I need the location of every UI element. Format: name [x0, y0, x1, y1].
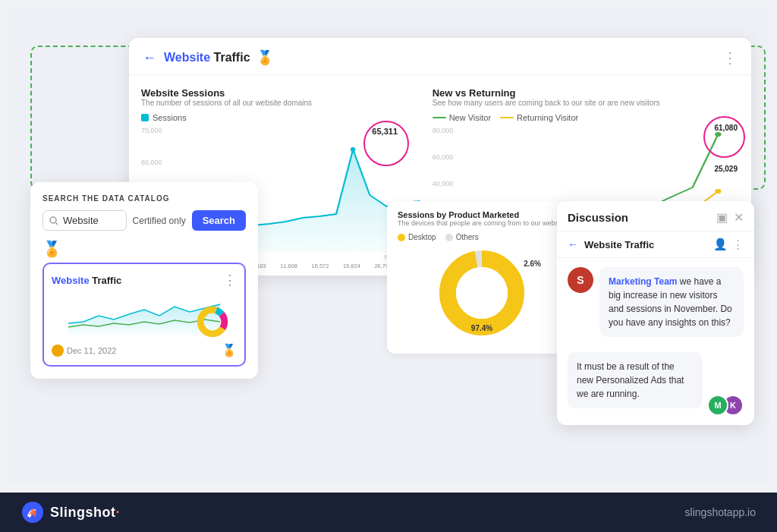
slingshot-logo-icon: [21, 501, 44, 524]
avatar1: M: [707, 395, 728, 416]
search-input-wrap[interactable]: [42, 210, 127, 231]
small-card-chart: [52, 293, 237, 338]
sessions-legend: Sessions: [141, 113, 420, 122]
nvr-legend-new: New Visitor: [433, 113, 491, 122]
product-legend-desktop: Desktop: [398, 233, 436, 241]
others-dot: [445, 234, 453, 241]
message-1: S Marketing Team we have a big increase …: [568, 267, 744, 345]
nvr-legend-returning: Returning Visitor: [500, 113, 578, 122]
award-icon: 🏅: [256, 49, 273, 66]
nvr-returning-label: Returning Visitor: [517, 113, 578, 122]
logo-text: Slingshot·: [50, 505, 120, 521]
nvr-y1: 80,000: [433, 127, 454, 134]
desktop-pct: 97.4%: [471, 324, 492, 332]
others-pct: 2.6%: [524, 260, 541, 268]
award-icon-row: 🏅: [42, 240, 246, 258]
small-card-footer: Dec 11, 2022 🏅: [52, 343, 237, 357]
product-title: Sessions by Product Marketed: [398, 210, 566, 219]
data-catalog-title: SEARCH THE DATA CATALOG: [42, 194, 246, 203]
app-name: Slingshot: [50, 505, 116, 520]
card-title-blue: Website: [164, 51, 210, 64]
bottom-bar: Slingshot· slingshotapp.io: [0, 493, 777, 532]
search-icon: [49, 216, 58, 225]
discussion-title: Discussion: [568, 211, 628, 224]
more-button[interactable]: ⋮: [722, 49, 738, 67]
message1-avatar: S: [568, 267, 593, 293]
sessions-legend-dot: [141, 114, 149, 121]
discussion-sub-header: ← Website Traffic 👤 ⋮: [557, 231, 754, 258]
discussion-more-icon[interactable]: ⋮: [732, 238, 744, 251]
y-label-2: 60,000: [141, 159, 420, 166]
mini-donut: [196, 305, 229, 338]
sessions-legend-label: Sessions: [153, 113, 187, 122]
discussion-sub-icons: 👤 ⋮: [713, 238, 744, 251]
discussion-back-button[interactable]: ←: [568, 238, 578, 250]
nvr-peak-dot2: [715, 189, 721, 194]
small-card-avatar: [52, 345, 64, 357]
card-title: Website Traffic: [164, 51, 250, 65]
nvr-new-label: New Visitor: [449, 113, 491, 122]
small-card-date: Dec 11, 2022: [67, 346, 116, 355]
message1-bubble: Marketing Team we have a big increase in…: [599, 267, 744, 337]
dashboard: ← Website Traffic 🏅 ⋮ Website Sessions T…: [8, 8, 769, 485]
mention-text: Marketing Team: [609, 276, 677, 287]
dashed-border-left: [30, 46, 144, 190]
message2-bubble: It must be a result of the new Personali…: [568, 352, 703, 408]
discussion-body: S Marketing Team we have a big increase …: [557, 258, 754, 425]
certified-label: Certified only: [133, 216, 186, 226]
message2-text: It must be a result of the new Personali…: [577, 361, 684, 399]
search-input[interactable]: [63, 215, 116, 226]
nvr-title: New vs Returning: [433, 87, 739, 99]
discussion-sub-title: Website Traffic: [584, 239, 707, 250]
discussion-header: Discussion ▣ ✕: [557, 201, 754, 231]
small-card-footer-left: Dec 11, 2022: [52, 345, 116, 357]
nvr-y3: 40,000: [433, 180, 454, 187]
small-card-award: 🏅: [222, 343, 237, 357]
data-catalog-panel: SEARCH THE DATA CATALOG Certified only S…: [30, 182, 258, 379]
back-button[interactable]: ←: [143, 50, 156, 66]
award-icon-large: 🏅: [42, 241, 61, 257]
discussion-close-icon[interactable]: ✕: [734, 210, 744, 225]
small-card-more[interactable]: ⋮: [223, 272, 237, 288]
sessions-title: Website Sessions: [141, 87, 420, 99]
donut-wrap: 97.4% 2.6%: [398, 247, 566, 338]
product-legend: Desktop Others: [398, 233, 566, 241]
svg-point-0: [50, 217, 56, 223]
card-title-dark: Traffic: [210, 51, 250, 64]
nvr-y2: 60,000: [433, 153, 454, 161]
svg-line-1: [56, 222, 58, 225]
nvr-new-line: [433, 117, 446, 118]
nvr-peak-dot: [715, 132, 721, 137]
bottom-url: slingshotapp.io: [685, 506, 756, 518]
small-card-title-blue: Website: [52, 275, 90, 286]
message-2: It must be a result of the new Personali…: [568, 352, 744, 416]
search-row: Certified only Search: [42, 210, 246, 231]
donut-inner: [456, 267, 508, 319]
discussion-header-icons: ▣ ✕: [716, 210, 744, 225]
product-subtitle: The devices that people are coming from …: [398, 219, 566, 227]
small-card-header: Website Traffic ⋮: [52, 272, 237, 288]
sessions-peak-dot: [351, 147, 356, 152]
discussion-grid-icon[interactable]: ▣: [716, 210, 728, 225]
sessions-product-section: Sessions by Product Marketed The devices…: [387, 201, 577, 354]
nvr-subtitle: See how many users are coming back to ou…: [433, 99, 739, 107]
sessions-peak-value: 65,311: [372, 127, 398, 136]
nvr-peak-val2: 25,029: [714, 165, 738, 173]
desktop-dot: [398, 234, 405, 241]
donut-container: 97.4% 2.6%: [436, 247, 527, 338]
product-legend-others: Others: [445, 233, 479, 241]
discussion-panel: Discussion ▣ ✕ ← Website Traffic 👤 ⋮ S M…: [557, 201, 754, 425]
card-header: ← Website Traffic 🏅 ⋮: [129, 38, 751, 75]
small-card-title: Website Traffic: [52, 275, 121, 286]
nvr-returning-line: [500, 117, 514, 118]
small-card-title-dark: Traffic: [90, 275, 122, 286]
avatar-group: M K: [707, 395, 744, 416]
logo-dot: ·: [116, 505, 121, 520]
others-label: Others: [456, 233, 479, 241]
nvr-legend: New Visitor Returning Visitor: [433, 113, 739, 122]
search-button[interactable]: Search: [192, 210, 246, 231]
logo-area: Slingshot·: [21, 501, 120, 524]
nvr-peak-val1: 61,080: [714, 124, 738, 132]
desktop-label: Desktop: [408, 233, 436, 241]
discussion-person-icon[interactable]: 👤: [713, 238, 728, 251]
